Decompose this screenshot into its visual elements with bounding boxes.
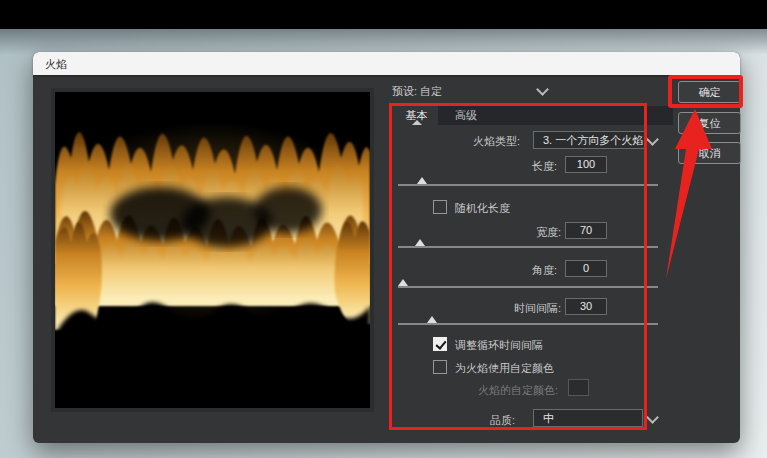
dialog-titlebar[interactable] [33, 52, 740, 75]
preset-label: 预设: 自定 [392, 84, 442, 98]
settings-highlight-rectangle [389, 103, 647, 430]
flame-art-icon [55, 92, 370, 408]
top-black-bar [0, 0, 767, 29]
screen: { "window": { "title": "火焰" }, "preset":… [0, 0, 767, 458]
red-arrow-icon [650, 100, 730, 290]
dialog-title: 火焰 [45, 57, 67, 72]
flame-preview-image [55, 92, 370, 408]
